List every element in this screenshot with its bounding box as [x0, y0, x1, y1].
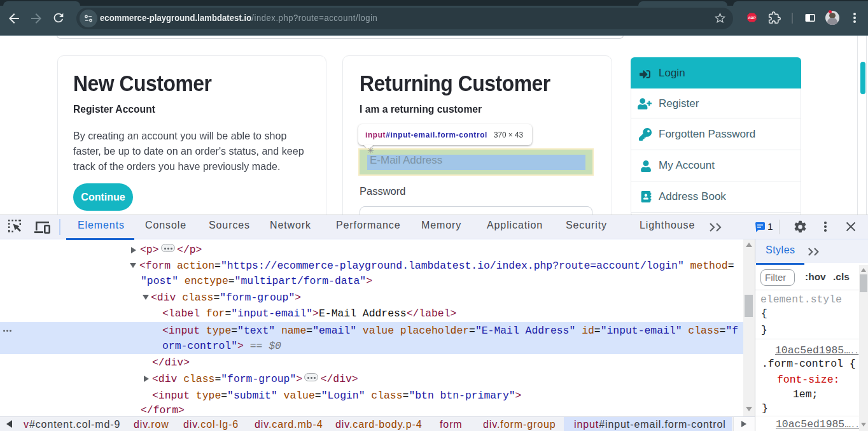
svg-text:ABP: ABP — [748, 16, 755, 20]
